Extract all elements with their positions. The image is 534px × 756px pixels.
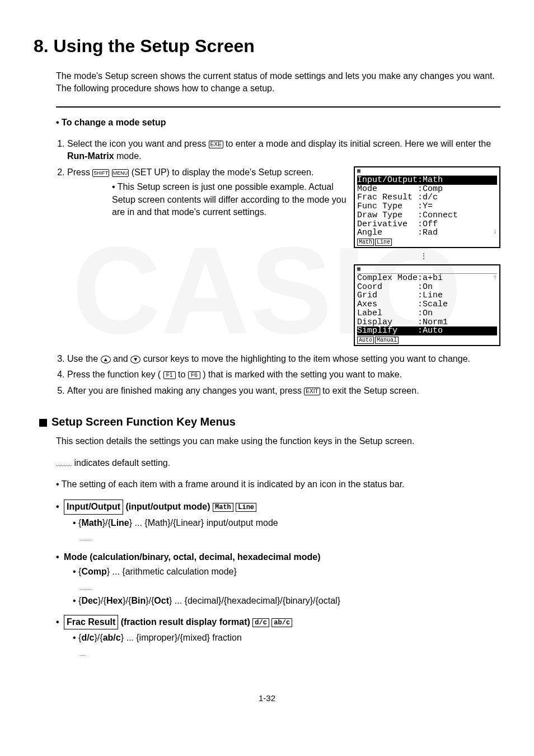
step1-text-b: to enter a mode and display its initial … bbox=[226, 139, 491, 148]
setting-frac-heading: • Frac Result (fraction result display f… bbox=[56, 615, 500, 629]
step5-a: After you are finished making any change… bbox=[67, 386, 304, 395]
screen2-statusbar: ▦ bbox=[357, 267, 497, 274]
f6-key-icon: F6 bbox=[188, 371, 200, 379]
exe-key-icon: EXE bbox=[209, 141, 223, 148]
screen1-row-4: Draw Type :Connect bbox=[357, 211, 497, 220]
screen1-fn1: Math bbox=[357, 239, 374, 246]
screen2-row-6: Simplify :Auto bbox=[357, 326, 497, 335]
mode-opt1-bold: Comp bbox=[81, 567, 106, 576]
step-5: After you are finished making any change… bbox=[67, 385, 500, 397]
section2-p2-text: indicates default setting. bbox=[74, 458, 170, 468]
square-bullet-icon bbox=[39, 419, 47, 427]
screen1-row-0: Input/Output:Math bbox=[357, 176, 497, 185]
mode-default-wave-icon: ﹏﹏ bbox=[79, 583, 500, 592]
section2-p3: • The setting of each item with a frame … bbox=[56, 478, 500, 491]
mode-option-1: {Comp} ... {arithmetic calculation mode} bbox=[73, 566, 500, 578]
scroll-up-icon: ↑ bbox=[493, 274, 497, 282]
screen1-fn2: Line bbox=[375, 239, 392, 246]
frac-label: (fraction result display format) bbox=[121, 617, 253, 627]
procedure-heading: • To change a mode setup bbox=[56, 116, 500, 129]
calc-screen-1: ▦ Input/Output:Math Mode :Comp Frac Resu… bbox=[354, 166, 500, 248]
screen1-row-6: Angle :Rad bbox=[357, 228, 497, 237]
step1-mode: Run-Matrix bbox=[67, 151, 114, 161]
step-1: Select the icon you want and press EXE t… bbox=[67, 138, 500, 163]
screen1-statusbar: ▦ bbox=[357, 169, 497, 176]
screen1-row-2: Frac Result :d/c bbox=[357, 193, 497, 202]
setting-io-heading: • Input/Output (input/output mode) Math … bbox=[56, 500, 500, 514]
mode-options: {Comp} ... {arithmetic calculation mode} bbox=[73, 566, 500, 578]
step-4: Press the function key ( F1 to F6 ) that… bbox=[67, 368, 500, 381]
screen2-row-5: Display :Norm1 bbox=[357, 318, 497, 327]
screen1-row-1: Mode :Comp bbox=[357, 185, 497, 194]
cursor-up-icon: ▲ bbox=[101, 356, 111, 363]
steps-list: Select the icon you want and press EXE t… bbox=[56, 138, 500, 397]
step4-c: ) that is marked with the setting you wa… bbox=[203, 370, 402, 379]
step-3: Use the ▲ and ▼ cursor keys to move the … bbox=[67, 353, 500, 365]
io-opt-bold: Math bbox=[81, 518, 102, 528]
step2-text-b: (SET UP) to display the mode's Setup scr… bbox=[132, 167, 314, 177]
math-icon: Math bbox=[213, 503, 233, 512]
screen2-row-1: Coord :On bbox=[357, 283, 497, 292]
io-label: (input/output mode) bbox=[125, 502, 213, 511]
mode-option-2: {Dec}/{Hex}/{Bin}/{Oct} ... {decimal}/{h… bbox=[73, 595, 500, 607]
step2-text-a: Press bbox=[67, 167, 92, 177]
menu-key-icon: MENU bbox=[112, 169, 129, 177]
page-number: 1-32 bbox=[34, 692, 500, 704]
page-title: 8. Using the Setup Screen bbox=[34, 34, 500, 59]
screen2-row-3: Axes :Scale bbox=[357, 300, 497, 309]
step3-a: Use the bbox=[67, 354, 101, 363]
frac-box-label: Frac Result bbox=[64, 615, 118, 629]
section2-p2: ﹏﹏ indicates default setting. bbox=[56, 457, 500, 469]
step3-c: cursor keys to move the highlighting to … bbox=[143, 354, 470, 363]
exit-key-icon: EXIT bbox=[304, 388, 320, 395]
section2-title: Setup Screen Function Key Menus bbox=[51, 416, 236, 428]
setting-mode-heading: • Mode (calculation/binary, octal, decim… bbox=[56, 551, 500, 563]
screen1-fnrow: MathLine bbox=[357, 239, 497, 246]
step1-text-a: Select the icon you want and press bbox=[67, 139, 209, 148]
screen2-fn1: Auto bbox=[357, 337, 374, 344]
dc-icon: d/c bbox=[252, 618, 269, 627]
calc-screen-2: ▦ Complex Mode:a+bi Coord :On Grid :Line… bbox=[354, 264, 500, 346]
shift-key-icon: SHIFT bbox=[92, 169, 109, 177]
mode-options-2: {Dec}/{Hex}/{Bin}/{Oct} ... {decimal}/{h… bbox=[73, 595, 500, 607]
scroll-down-icon: ↓ bbox=[493, 228, 497, 236]
cursor-down-icon: ▼ bbox=[130, 356, 140, 363]
wave-default-icon: ﹏﹏ bbox=[56, 457, 72, 469]
screen2-fnrow: AutoManual bbox=[357, 337, 497, 344]
divider bbox=[56, 106, 500, 108]
step-2: ▦ Input/Output:Math Mode :Comp Frac Resu… bbox=[67, 166, 500, 349]
mode-label: Mode (calculation/binary, octal, decimal… bbox=[64, 552, 321, 562]
section2-p3-text: The setting of each item with a frame ar… bbox=[62, 479, 405, 489]
io-default-wave-icon: ﹏﹏ bbox=[79, 534, 500, 543]
screenshots-wrap: ▦ Input/Output:Math Mode :Comp Frac Resu… bbox=[354, 166, 500, 349]
frac-default-wave-icon: ﹏ bbox=[79, 649, 500, 659]
screen1-row-3: Func Type :Y= bbox=[357, 202, 497, 211]
line-icon: Line bbox=[236, 503, 256, 512]
screen1-row-5: Derivative :Off bbox=[357, 220, 497, 229]
intro-paragraph: The mode's Setup screen shows the curren… bbox=[56, 70, 500, 95]
io-box-label: Input/Output bbox=[64, 500, 123, 514]
step2-note-text: This Setup screen is just one possible e… bbox=[112, 182, 346, 217]
step3-b: and bbox=[113, 354, 130, 363]
abc-icon: ab/c bbox=[271, 618, 292, 627]
vertical-ellipsis-icon: ⋮ bbox=[354, 251, 494, 261]
screen2-fn2: Manual bbox=[375, 337, 399, 344]
step4-b: to bbox=[178, 370, 188, 379]
frac-option-1: {d/c}/{ab/c} ... {improper}/{mixed} frac… bbox=[73, 632, 500, 644]
mode-opt1-rest: ... {arithmetic calculation mode} bbox=[110, 567, 237, 576]
io-option-1: {Math}/{Line} ... {Math}/{Linear} input/… bbox=[73, 517, 500, 529]
screen2-row-0: Complex Mode:a+bi bbox=[357, 274, 497, 283]
io-options: {Math}/{Line} ... {Math}/{Linear} input/… bbox=[73, 517, 500, 529]
section2-heading: Setup Screen Function Key Menus bbox=[39, 414, 500, 430]
step1-text-c: mode. bbox=[116, 151, 141, 161]
step5-b: to exit the Setup screen. bbox=[322, 386, 419, 395]
step4-a: Press the function key ( bbox=[67, 370, 161, 379]
section2-p1: This section details the settings you ca… bbox=[56, 435, 500, 447]
screen2-row-2: Grid :Line bbox=[357, 291, 497, 300]
f1-key-icon: F1 bbox=[163, 371, 176, 379]
screen2-row-4: Label :On bbox=[357, 309, 497, 318]
procedure-heading-text: To change a mode setup bbox=[62, 118, 166, 127]
frac-options: {d/c}/{ab/c} ... {improper}/{mixed} frac… bbox=[73, 632, 500, 644]
